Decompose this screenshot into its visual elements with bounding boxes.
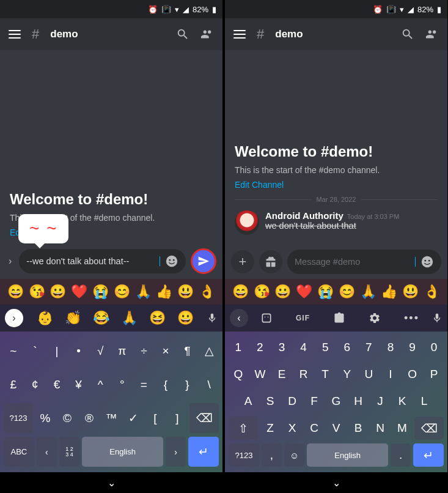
gift-button[interactable] xyxy=(259,250,282,273)
key[interactable]: ~ xyxy=(4,336,23,366)
key-sym[interactable]: ?123 xyxy=(229,443,259,467)
key[interactable]: W xyxy=(251,363,270,386)
key[interactable]: R xyxy=(294,363,314,386)
toolbar-collapse-icon[interactable]: ‹ xyxy=(230,309,248,327)
key[interactable]: ] xyxy=(167,403,187,433)
key[interactable]: J xyxy=(370,390,390,413)
key-backspace[interactable]: ⌫ xyxy=(189,403,219,433)
sticker-icon[interactable] xyxy=(260,312,273,324)
message-input[interactable]: --we don't talk about that-- xyxy=(19,249,186,273)
key[interactable]: π xyxy=(112,336,132,366)
emoji[interactable]: 😭 xyxy=(92,284,109,300)
key[interactable]: [ xyxy=(145,403,165,433)
key[interactable]: L xyxy=(414,390,434,413)
key[interactable]: U xyxy=(359,363,379,386)
emoji-icon[interactable] xyxy=(420,255,434,269)
key[interactable]: ^ xyxy=(90,369,110,399)
key[interactable]: P xyxy=(424,363,444,386)
key[interactable]: C xyxy=(304,417,324,440)
key[interactable]: E xyxy=(272,363,292,386)
key[interactable]: © xyxy=(57,403,77,433)
settings-icon[interactable] xyxy=(369,312,381,324)
expand-icon[interactable]: › xyxy=(6,256,14,267)
key[interactable]: ¢ xyxy=(26,369,45,399)
key[interactable]: F xyxy=(304,390,324,413)
key-abc[interactable]: ABC xyxy=(4,437,34,467)
key[interactable]: ✓ xyxy=(123,403,143,433)
key[interactable]: △ xyxy=(199,336,219,366)
emoji[interactable]: 😀 xyxy=(177,310,194,326)
mic-icon[interactable] xyxy=(431,313,442,324)
emoji[interactable]: 😄 xyxy=(7,284,24,300)
key[interactable]: £ xyxy=(4,369,23,399)
key[interactable]: 4 xyxy=(294,336,314,359)
nav-collapse-icon[interactable]: ⌄ xyxy=(332,477,340,489)
key[interactable]: √ xyxy=(90,336,110,366)
key[interactable]: K xyxy=(392,390,412,413)
key-shift[interactable]: ⇧ xyxy=(229,417,258,440)
username[interactable]: Android Authority xyxy=(265,210,343,221)
emoji[interactable]: 😃 xyxy=(177,284,194,300)
emoji[interactable]: 😀 xyxy=(50,284,66,300)
emoji[interactable]: 😀 xyxy=(274,284,291,300)
key[interactable]: I xyxy=(381,363,400,386)
key[interactable]: Y xyxy=(337,363,357,386)
edit-channel-link[interactable]: Edit Channel xyxy=(235,180,438,190)
key[interactable]: V xyxy=(326,417,346,440)
key[interactable]: X xyxy=(282,417,302,440)
emoji[interactable]: 😊 xyxy=(339,284,355,300)
key[interactable]: B xyxy=(348,417,368,440)
add-button[interactable]: + xyxy=(231,250,254,273)
key[interactable]: D xyxy=(282,390,302,413)
key[interactable]: N xyxy=(370,417,390,440)
members-icon[interactable] xyxy=(200,28,214,41)
key[interactable]: × xyxy=(156,336,175,366)
menu-icon[interactable] xyxy=(9,30,21,39)
key[interactable]: 3 xyxy=(272,336,292,359)
key[interactable]: ° xyxy=(112,369,132,399)
key[interactable]: T xyxy=(315,363,335,386)
message-input[interactable]: Message #demo xyxy=(287,250,441,274)
key[interactable]: Q xyxy=(229,363,248,386)
key[interactable]: H xyxy=(348,390,368,413)
emoji[interactable]: 🙏 xyxy=(135,284,152,300)
members-icon[interactable] xyxy=(425,28,439,41)
emoji[interactable]: 🙏 xyxy=(121,310,138,326)
mic-icon[interactable] xyxy=(207,313,218,324)
key[interactable]: ™ xyxy=(101,403,121,433)
send-button[interactable] xyxy=(191,248,216,274)
emoji[interactable]: 👌 xyxy=(424,284,440,300)
key[interactable]: ` xyxy=(26,336,45,366)
key-enter[interactable]: ↵ xyxy=(413,443,444,467)
emoji[interactable]: ❤️ xyxy=(296,284,312,300)
search-icon[interactable] xyxy=(176,28,189,41)
menu-icon[interactable] xyxy=(233,30,246,39)
key[interactable]: ¥ xyxy=(69,369,89,399)
toolbar-expand-icon[interactable]: › xyxy=(5,309,23,327)
key[interactable]: 5 xyxy=(315,336,335,359)
emoji[interactable]: 😂 xyxy=(93,310,109,326)
key[interactable]: | xyxy=(47,336,67,366)
key[interactable]: A xyxy=(238,390,258,413)
emoji[interactable]: 👌 xyxy=(199,284,215,300)
key[interactable]: G xyxy=(326,390,346,413)
key-enter[interactable]: ↵ xyxy=(188,437,219,467)
key[interactable]: \ xyxy=(199,369,219,399)
key[interactable]: ® xyxy=(79,403,99,433)
key-comma[interactable]: , xyxy=(262,443,282,467)
key[interactable]: 7 xyxy=(359,336,379,359)
key-lang2[interactable]: › xyxy=(166,437,186,467)
key-lang[interactable]: ‹ xyxy=(37,437,57,467)
key-space[interactable]: English xyxy=(307,443,388,467)
key[interactable]: ÷ xyxy=(134,336,154,366)
key[interactable]: € xyxy=(47,369,67,399)
emoji[interactable]: 😘 xyxy=(29,284,45,300)
emoji[interactable]: 😊 xyxy=(114,284,130,300)
key[interactable]: = xyxy=(134,369,154,399)
emoji[interactable]: 😃 xyxy=(402,284,419,300)
key-period[interactable]: . xyxy=(391,443,411,467)
emoji[interactable]: 👍 xyxy=(381,284,397,300)
emoji[interactable]: 😭 xyxy=(317,284,334,300)
clipboard-icon[interactable] xyxy=(333,312,345,324)
key[interactable]: Z xyxy=(260,417,280,440)
